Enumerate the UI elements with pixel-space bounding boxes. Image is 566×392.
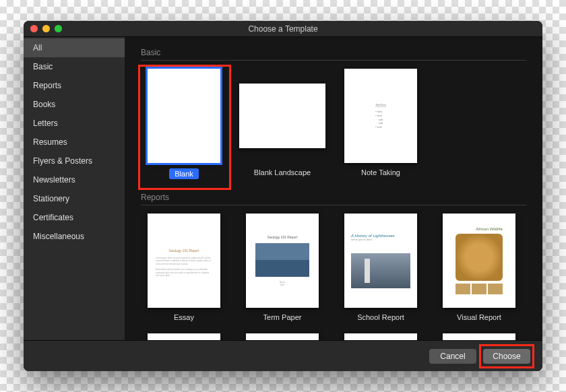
sidebar-item-letters[interactable]: Letters: [24, 114, 125, 133]
divider: [141, 205, 526, 205]
window-title: Choose a Template: [24, 24, 542, 34]
template-label: School Report: [357, 313, 404, 321]
sidebar-item-reports[interactable]: Reports: [24, 76, 125, 95]
divider: [141, 60, 526, 61]
template-thumbnail: African Wildlife: [443, 214, 515, 308]
footer: Cancel Choose: [24, 340, 542, 371]
sidebar-item-basic[interactable]: Basic: [24, 57, 125, 76]
grid-reports: Geology 101 Report Lorem ipsum dolor sit…: [141, 214, 526, 321]
window-controls: [24, 25, 62, 32]
template-label: Note Taking: [361, 168, 400, 176]
minimize-icon[interactable]: [42, 25, 50, 32]
template-chooser-window: Choose a Template All Basic Reports Book…: [24, 21, 542, 371]
template-blank[interactable]: Blank: [141, 69, 227, 179]
section-title-reports: Reports: [141, 189, 526, 205]
template-note-taking[interactable]: TitleDate • item• item ◦ sub ◦ sub• item…: [338, 69, 424, 179]
sidebar-item-miscellaneous[interactable]: Miscellaneous: [24, 227, 125, 246]
template-essay[interactable]: Geology 101 Report Lorem ipsum dolor sit…: [141, 214, 227, 321]
template-label: Blank: [169, 168, 199, 179]
template-label: Visual Report: [457, 313, 501, 321]
section-title-basic: Basic: [141, 44, 526, 60]
template-thumbnail: Geology 101 Report NameDate: [246, 214, 319, 308]
template-blank-landscape[interactable]: Blank Landscape: [239, 69, 325, 179]
template-thumbnail: [148, 69, 220, 163]
choose-button[interactable]: Choose: [483, 349, 530, 364]
template-label: Essay: [174, 313, 194, 321]
grid-basic: Blank Blank Landscape TitleDate • item• …: [141, 69, 526, 179]
template-visual-report[interactable]: African Wildlife Visual Report: [436, 214, 522, 321]
template-grid-area: Basic Blank Blank Landscape TitleDate: [125, 37, 542, 371]
close-icon[interactable]: [30, 25, 38, 32]
template-thumbnail: TitleDate • item• item ◦ sub ◦ sub• item: [344, 69, 417, 163]
template-label: Blank Landscape: [254, 168, 311, 176]
titlebar: Choose a Template: [24, 21, 542, 37]
sidebar-item-all[interactable]: All: [24, 38, 125, 57]
cancel-button[interactable]: Cancel: [429, 349, 476, 364]
sidebar-item-books[interactable]: Books: [24, 95, 125, 114]
sidebar-item-certificates[interactable]: Certificates: [24, 208, 125, 227]
template-term-paper[interactable]: Geology 101 Report NameDate Term Paper: [239, 214, 325, 321]
sidebar: All Basic Reports Books Letters Resumes …: [24, 37, 125, 371]
zoom-icon[interactable]: [55, 25, 62, 32]
sidebar-item-newsletters[interactable]: Newsletters: [24, 170, 125, 189]
template-thumbnail: Geology 101 Report Lorem ipsum dolor sit…: [148, 214, 220, 308]
sidebar-item-resumes[interactable]: Resumes: [24, 133, 125, 152]
template-label: Term Paper: [263, 313, 302, 321]
template-thumbnail: [239, 84, 325, 148]
sidebar-item-stationery[interactable]: Stationery: [24, 189, 125, 208]
sidebar-item-flyers-posters[interactable]: Flyers & Posters: [24, 152, 125, 170]
template-thumbnail: A History of Lighthouses lorem ipsum dol…: [344, 214, 417, 308]
template-school-report[interactable]: A History of Lighthouses lorem ipsum dol…: [338, 214, 424, 321]
body: All Basic Reports Books Letters Resumes …: [24, 37, 542, 371]
